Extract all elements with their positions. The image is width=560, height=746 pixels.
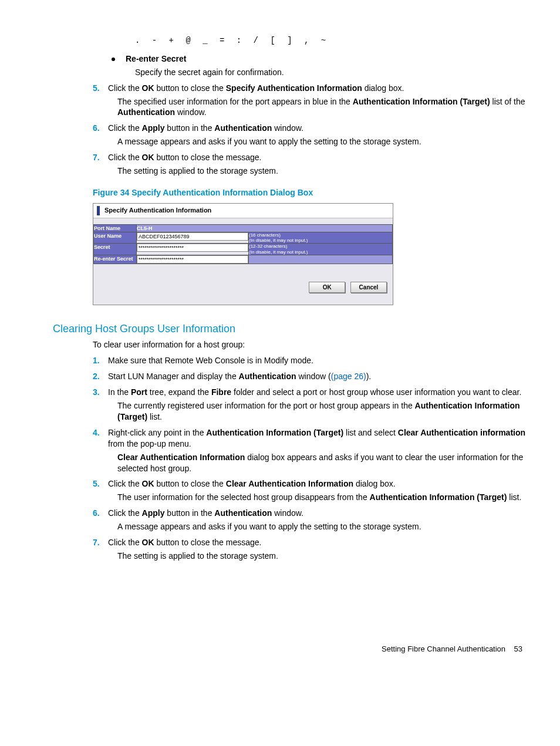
bullet-icon — [112, 58, 115, 61]
bullet-desc: Specify the secret again for confirmatio… — [135, 67, 537, 78]
step-number: 4. — [93, 427, 108, 438]
step-text: Make sure that Remote Web Console is in … — [108, 355, 537, 366]
section-heading-clearing-host-groups: Clearing Host Groups User Information — [53, 322, 537, 336]
step-text: Right-click any point in the Authenticat… — [108, 427, 537, 450]
step-number: 7. — [93, 537, 108, 548]
step-number: 6. — [93, 508, 108, 519]
footer-title: Setting Fibre Channel Authentication — [382, 644, 505, 653]
dialog-title-text: Specify Authentication Information — [104, 206, 211, 215]
cstep-1: 1. Make sure that Remote Web Console is … — [93, 355, 537, 366]
cstep-3: 3. In the Port tree, expand the Fibre fo… — [93, 387, 537, 398]
cstep-7: 7. Click the OK button to close the mess… — [93, 537, 537, 548]
dialog-row-secret: Secret (12-32 characters)(In disable, it… — [94, 244, 393, 255]
step-number: 2. — [93, 371, 108, 382]
dialog-row-reenter-secret: Re-enter Secret — [94, 255, 393, 264]
cstep-7-followup: The setting is applied to the storage sy… — [117, 551, 537, 562]
bullet-label: Re-enter Secret — [126, 53, 187, 65]
step-number: 7. — [93, 152, 108, 163]
cstep-5-followup: The user information for the selected ho… — [117, 492, 537, 503]
step-text: Click the Apply button in the Authentica… — [108, 123, 537, 134]
step-text: In the Port tree, expand the Fibre folde… — [108, 387, 537, 398]
link-page-26[interactable]: (page 26) — [331, 372, 366, 381]
bullet-item-reenter-secret: Re-enter Secret — [112, 53, 537, 65]
step-5-followup: The specified user information for the p… — [117, 96, 537, 119]
dialog-title-bar-icon — [97, 206, 100, 215]
cstep-6: 6. Click the Apply button in the Authent… — [93, 508, 537, 519]
label-secret: Secret — [94, 244, 137, 255]
cstep-5: 5. Click the OK button to close the Clea… — [93, 478, 537, 490]
dialog-row-username: User Name (16 characters)(In disable, it… — [94, 232, 393, 243]
input-reenter-secret[interactable] — [137, 255, 248, 264]
step-5: 5. Click the OK button to close the Spec… — [93, 83, 537, 94]
section-lead: To clear user information for a host gro… — [93, 339, 537, 350]
footer-page-number: 53 — [514, 644, 522, 653]
step-number: 5. — [93, 478, 108, 490]
label-reenter-secret: Re-enter Secret — [94, 255, 137, 264]
dialog-row-port: Port Name CL5-H — [94, 224, 393, 232]
step-6: 6. Click the Apply button in the Authent… — [93, 123, 537, 134]
step-number: 6. — [93, 123, 108, 134]
cstep-2: 2. Start LUN Manager and display the Aut… — [93, 371, 537, 382]
value-port-name: CL5-H — [137, 224, 393, 232]
cancel-button[interactable]: Cancel — [350, 282, 387, 293]
special-chars-line: . - + @ _ = : / [ ] , ~ — [135, 35, 537, 46]
cstep-3-followup: The currently registered user informatio… — [117, 400, 537, 423]
input-secret[interactable] — [137, 244, 248, 252]
ok-button[interactable]: OK — [309, 282, 345, 293]
hint-user-name: (16 characters)(In disable, it may not i… — [249, 232, 393, 243]
step-7: 7. Click the OK button to close the mess… — [93, 152, 537, 163]
label-user-name: User Name — [94, 232, 137, 243]
step-text: Click the OK button to close the Clear A… — [108, 478, 537, 490]
cstep-4: 4. Right-click any point in the Authenti… — [93, 427, 537, 450]
figure-caption: Figure 34 Specify Authentication Informa… — [93, 187, 537, 198]
hint-secret: (12-32 characters)(In disable, it may no… — [249, 244, 393, 255]
step-number: 1. — [93, 355, 108, 366]
page-footer: Setting Fibre Channel Authentication 53 — [53, 644, 537, 654]
step-text: Click the OK button to close the Specify… — [108, 83, 537, 94]
step-text: Start LUN Manager and display the Authen… — [108, 371, 537, 382]
step-number: 3. — [93, 387, 108, 398]
hint-reenter-secret-empty — [249, 255, 393, 264]
step-text: Click the OK button to close the message… — [108, 152, 537, 163]
input-user-name[interactable] — [137, 232, 248, 241]
dialog-titlebar: Specify Authentication Information — [93, 204, 393, 218]
step-text: Click the OK button to close the message… — [108, 537, 537, 548]
step-6-followup: A message appears and asks if you want t… — [117, 136, 537, 147]
label-port-name: Port Name — [94, 224, 137, 232]
step-7-followup: The setting is applied to the storage sy… — [117, 166, 537, 177]
dialog-specify-auth-info: Specify Authentication Information Port … — [93, 203, 393, 305]
cstep-6-followup: A message appears and asks if you want t… — [117, 521, 537, 532]
cstep-4-followup: Clear Authentication Information dialog … — [117, 452, 537, 474]
dialog-button-row: OK Cancel — [93, 264, 393, 305]
step-text: Click the Apply button in the Authentica… — [108, 508, 537, 519]
step-number: 5. — [93, 83, 108, 94]
